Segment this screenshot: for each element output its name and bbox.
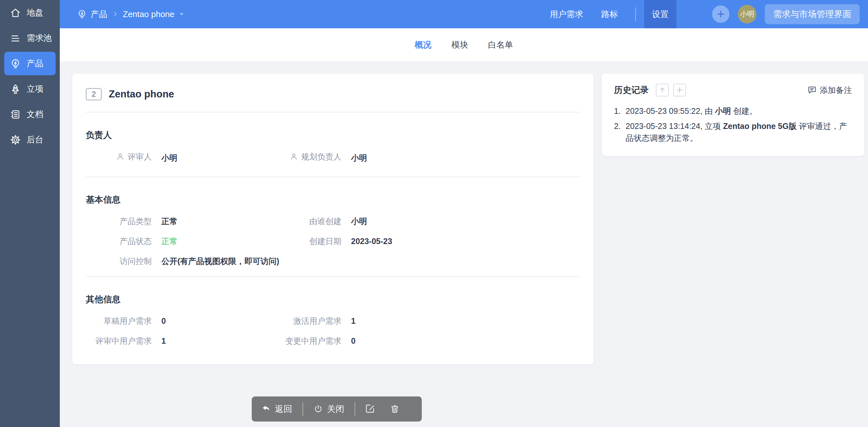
sidebar-item-label: 地盘	[27, 7, 43, 18]
product-title-row: 2 Zentao phone	[86, 73, 580, 100]
history-item-text: 2023-05-23 09:55:22, 由 小明 创建。	[626, 105, 757, 117]
history-list: 1. 2023-05-23 09:55:22, 由 小明 创建。 2. 2023…	[614, 105, 852, 144]
field-label-active-requirements: 激活用户需求	[262, 316, 341, 326]
history-header: 历史记录 添加备注	[614, 83, 852, 97]
workspace-switch-button[interactable]: 需求与市场管理界面	[765, 4, 860, 24]
field-value-draft-requirements: 0	[161, 316, 253, 326]
divider	[86, 177, 580, 177]
field-label-access-control: 访问控制	[86, 256, 152, 266]
menu-divider	[635, 7, 636, 21]
breadcrumb-section[interactable]: 产品	[91, 9, 107, 20]
rocket-icon	[10, 84, 21, 94]
topbar-right: 小明 需求与市场管理界面	[712, 0, 860, 28]
home-icon	[10, 7, 21, 18]
history-item-number: 1.	[614, 105, 626, 117]
sidebar-item-project[interactable]: 立项	[4, 76, 56, 101]
history-item: 1. 2023-05-23 09:55:22, 由 小明 创建。	[614, 105, 852, 117]
section-heading-other: 其他信息	[86, 294, 580, 305]
product-name: Zentao phone	[108, 88, 174, 100]
sidebar-item-backlog[interactable]: 需求池	[4, 25, 56, 51]
edit-button[interactable]	[366, 404, 375, 414]
avatar-name: 小明	[740, 9, 754, 19]
divider	[86, 276, 580, 277]
create-button[interactable]	[712, 5, 730, 23]
menu-item-label: 路标	[601, 9, 618, 20]
product-overview-card: 2 Zentao phone 负责人 评审人 小明 规划负责人 小明 基本信息 …	[72, 73, 593, 364]
owners-fields: 评审人 小明 规划负责人 小明	[86, 152, 580, 163]
menu-item-roadmap[interactable]: 路标	[592, 0, 627, 28]
other-fields: 草稿用户需求 0 激活用户需求 1 评审中用户需求 1 变更中用户需求 0	[86, 316, 580, 346]
field-value-changing-requirements: 0	[351, 336, 580, 346]
tab-modules[interactable]: 模块	[452, 39, 468, 51]
field-value-created-by: 小明	[351, 216, 580, 226]
field-label-text: 规划负责人	[301, 152, 341, 161]
sidebar-item-admin[interactable]: 后台	[4, 127, 56, 152]
history-card: 历史记录 添加备注 1. 2023-05-23 09:55:22, 由 小明 创…	[602, 73, 864, 156]
plus-icon	[676, 86, 683, 94]
back-button[interactable]: 返回	[261, 403, 292, 415]
power-icon	[313, 404, 323, 414]
sidebar-item-product[interactable]: 产品	[4, 52, 56, 75]
field-label-created-date: 创建日期	[262, 236, 341, 246]
sidebar-item-label: 文档	[27, 109, 43, 120]
trash-icon	[390, 404, 400, 414]
sidebar-item-dashboard[interactable]: 地盘	[4, 0, 56, 25]
basic-fields: 产品类型 正常 由谁创建 小明 产品状态 正常 创建日期 2023-05-23 …	[86, 216, 580, 266]
close-button[interactable]: 关闭	[313, 403, 344, 415]
field-value-reviewing-requirements: 1	[161, 336, 253, 346]
sidebar-item-label: 产品	[27, 58, 43, 69]
menu-item-user-requirements[interactable]: 用户需求	[541, 0, 592, 28]
back-arrow-icon	[261, 404, 271, 414]
sidebar-item-label: 立项	[27, 83, 43, 94]
field-label-draft-requirements: 草稿用户需求	[86, 316, 152, 326]
history-item-number: 2.	[614, 120, 626, 144]
toolbar-divider	[303, 402, 303, 416]
breadcrumb-product[interactable]: Zentao phone	[123, 9, 174, 19]
plus-icon	[716, 9, 725, 19]
field-value-planner: 小明	[351, 153, 580, 163]
field-label-text: 评审人	[128, 152, 152, 161]
field-label-reviewer: 评审人	[86, 152, 152, 161]
history-expand-button[interactable]	[673, 84, 686, 96]
field-value-product-status: 正常	[161, 236, 253, 246]
sidebar: 地盘 需求池 产品 立项 文档 后台	[0, 0, 60, 427]
arrow-up-icon	[658, 86, 666, 94]
avatar[interactable]: 小明	[738, 5, 756, 24]
sidebar-item-label: 需求池	[27, 32, 52, 44]
topbar: 产品 Zentao phone 用户需求 路标 设置 小明 需求与市场	[60, 0, 868, 28]
sidebar-item-docs[interactable]: 文档	[4, 101, 56, 127]
tab-label: 模块	[452, 40, 468, 50]
lightbulb-icon	[77, 9, 87, 19]
person-icon	[116, 152, 124, 161]
tab-label: 概况	[415, 40, 431, 50]
sidebar-item-label: 后台	[27, 134, 43, 145]
field-value-created-date: 2023-05-23	[351, 236, 580, 246]
workspace-switch-label: 需求与市场管理界面	[773, 8, 851, 20]
add-note-button[interactable]: 添加备注	[808, 85, 852, 95]
tab-overview[interactable]: 概况	[415, 39, 431, 51]
history-item: 2. 2023-05-23 13:14:24, 立项 Zentao phone …	[614, 120, 852, 144]
history-collapse-button[interactable]	[656, 84, 669, 96]
edit-icon	[366, 404, 375, 414]
secondary-tabbar: 概况 模块 白名单	[60, 28, 868, 61]
tab-whitelist[interactable]: 白名单	[488, 39, 513, 51]
caret-down-icon[interactable]	[178, 10, 185, 18]
close-button-label: 关闭	[327, 403, 344, 415]
field-value-access-control: 公开(有产品视图权限，即可访问)	[161, 256, 580, 266]
person-icon	[290, 152, 298, 161]
section-heading-basic: 基本信息	[86, 194, 580, 205]
document-icon	[10, 109, 21, 120]
add-note-label: 添加备注	[820, 85, 852, 95]
tab-label: 白名单	[488, 40, 513, 50]
history-item-text: 2023-05-23 13:14:24, 立项 Zentao phone 5G版…	[626, 120, 852, 144]
field-value-reviewer: 小明	[161, 153, 253, 163]
menu-item-settings[interactable]: 设置	[644, 0, 676, 28]
gear-icon	[10, 134, 21, 145]
chevron-right-icon	[111, 10, 119, 18]
delete-button[interactable]	[390, 404, 400, 414]
field-label-product-type: 产品类型	[86, 216, 152, 226]
lightbulb-icon	[10, 58, 21, 69]
toolbar-divider	[354, 402, 355, 416]
topbar-menu: 用户需求 路标 设置	[541, 0, 676, 28]
field-label-planner: 规划负责人	[262, 152, 341, 161]
